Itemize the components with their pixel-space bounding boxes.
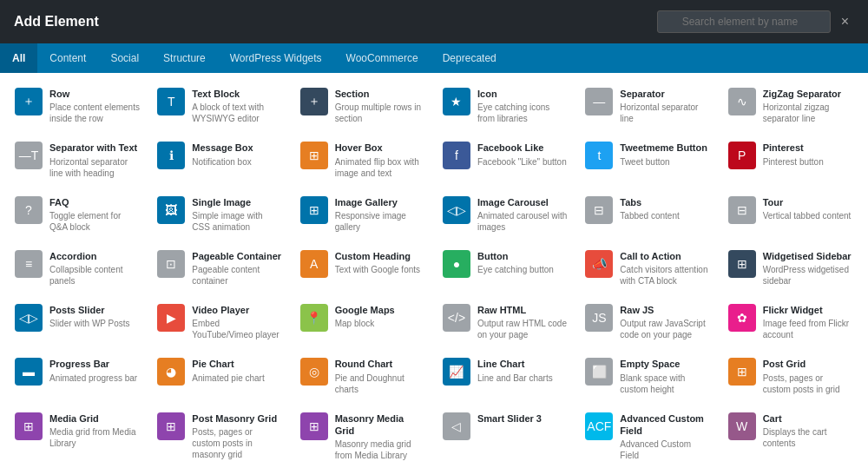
element-item[interactable]: ⊞Media GridMedia grid from Media Library: [7, 405, 148, 468]
element-text: SectionGroup multiple rows in section: [335, 88, 425, 124]
element-item[interactable]: ≡AccordionCollapsible content panels: [7, 242, 148, 294]
element-item[interactable]: </>Raw HTMLOutput raw HTML code on your …: [435, 296, 575, 348]
element-name: Raw JS: [620, 304, 710, 316]
element-item[interactable]: ＋RowPlace content elements inside the ro…: [7, 80, 148, 132]
element-item[interactable]: 📍Google MapsMap block: [293, 296, 433, 348]
element-icon: </>: [443, 304, 470, 332]
element-item[interactable]: ⊞Masonry Media GridMasonry media grid fr…: [293, 405, 433, 468]
filter-btn-all[interactable]: All: [0, 43, 37, 73]
element-item[interactable]: ?FAQToggle element for Q&A block: [7, 188, 148, 241]
element-item[interactable]: PPinterestPinterest button: [720, 134, 861, 186]
filter-btn-woocommerce[interactable]: WooCommerce: [334, 43, 431, 73]
element-item[interactable]: —TSeparator with TextHorizontal separato…: [7, 134, 148, 186]
element-desc: Notification box: [192, 156, 282, 168]
element-icon: ＋: [15, 88, 43, 115]
element-item[interactable]: ⊞Post Masonry GridPosts, pages or custom…: [149, 405, 290, 468]
element-text: Line ChartLine and Bar charts: [477, 358, 568, 383]
element-icon: ACF: [585, 412, 613, 440]
element-name: Google Maps: [335, 304, 425, 316]
element-icon: ⊡: [157, 250, 185, 278]
element-name: Tweetmeme Button: [620, 142, 710, 154]
modal-title: Add Element: [14, 14, 99, 30]
element-item[interactable]: JSRaw JSOutput raw JavaScript code on yo…: [577, 296, 718, 348]
element-name: Line Chart: [477, 358, 568, 370]
element-item[interactable]: ◁▷Image CarouselAnimated carousel with i…: [435, 188, 575, 241]
element-text: Separator with TextHorizontal separator …: [49, 142, 140, 178]
element-item[interactable]: —SeparatorHorizontal separator line: [577, 80, 718, 132]
element-icon: ⊞: [300, 412, 328, 440]
element-name: Icon: [477, 88, 568, 100]
search-wrap: 🔍 ×: [657, 10, 854, 33]
filter-btn-structure[interactable]: Structure: [151, 43, 218, 73]
element-desc: Displays the cart contents: [763, 426, 853, 449]
element-name: Raw HTML: [477, 304, 568, 316]
element-name: Round Chart: [335, 358, 425, 370]
element-name: Facebook Like: [477, 142, 568, 154]
element-icon: ◁▷: [443, 196, 470, 224]
element-item[interactable]: ∿ZigZag SeparatorHorizontal zigzag separ…: [720, 80, 861, 132]
element-text: Smart Slider 3: [477, 412, 568, 426]
element-item[interactable]: ⊟TourVertical tabbed content: [720, 188, 861, 241]
element-item[interactable]: ⊟TabsTabbed content: [577, 188, 718, 241]
element-text: Post Masonry GridPosts, pages or custom …: [192, 412, 282, 460]
element-text: Post GridPosts, pages or custom posts in…: [763, 358, 853, 394]
element-text: Media GridMedia grid from Media Library: [49, 412, 140, 449]
element-item[interactable]: ACFAdvanced Custom FieldAdvanced Custom …: [577, 405, 718, 468]
element-item[interactable]: ⊞Post GridPosts, pages or custom posts i…: [720, 350, 861, 402]
element-item[interactable]: ⊞Hover BoxAnimated flip box with image a…: [293, 134, 433, 186]
element-text: Pie ChartAnimated pie chart: [192, 358, 282, 383]
element-item[interactable]: ⬜Empty SpaceBlank space with custom heig…: [577, 350, 718, 402]
element-name: Image Gallery: [335, 196, 425, 208]
element-item[interactable]: 📣Call to ActionCatch visitors attention …: [577, 242, 718, 294]
element-text: SeparatorHorizontal separator line: [620, 88, 710, 124]
element-item[interactable]: tTweetmeme ButtonTweet button: [577, 134, 718, 186]
element-item[interactable]: TText BlockA block of text with WYSIWYG …: [149, 80, 290, 132]
element-text: Raw HTMLOutput raw HTML code on your pag…: [477, 304, 568, 340]
element-icon: ◎: [300, 358, 328, 386]
element-item[interactable]: ◕Pie ChartAnimated pie chart: [149, 350, 290, 402]
element-name: Text Block: [192, 88, 282, 100]
element-text: Facebook LikeFacebook "Like" button: [477, 142, 568, 167]
filter-btn-wordpress_widgets[interactable]: WordPress Widgets: [218, 43, 334, 73]
element-name: Pinterest: [763, 142, 853, 154]
element-name: Section: [335, 88, 425, 100]
element-desc: Posts, pages or custom posts in masonry …: [192, 426, 282, 460]
element-item[interactable]: ▬Progress BarAnimated progress bar: [7, 350, 148, 402]
search-input[interactable]: [657, 10, 831, 33]
element-desc: A block of text with WYSIWYG editor: [192, 102, 282, 124]
element-item[interactable]: ◎Round ChartPie and Doughnut charts: [293, 350, 433, 402]
element-text: Tweetmeme ButtonTweet button: [620, 142, 710, 167]
element-item[interactable]: ⊞Widgetised SidebarWordPress widgetised …: [720, 242, 861, 294]
element-icon: ⊟: [585, 196, 613, 224]
element-item[interactable]: 📈Line ChartLine and Bar charts: [435, 350, 575, 402]
element-name: Custom Heading: [335, 250, 425, 262]
element-item[interactable]: ★IconEye catching icons from libraries: [435, 80, 575, 132]
element-item[interactable]: ●ButtonEye catching button: [435, 242, 575, 294]
element-text: IconEye catching icons from libraries: [477, 88, 568, 124]
filter-btn-content[interactable]: Content: [37, 43, 98, 73]
element-icon: ◕: [157, 358, 185, 386]
element-icon: f: [443, 142, 470, 169]
element-item[interactable]: ⊞Image GalleryResponsive image gallery: [293, 188, 433, 241]
element-name: Image Carousel: [477, 196, 568, 208]
element-item[interactable]: ◁Smart Slider 3: [435, 405, 575, 468]
element-item[interactable]: ▶Video PlayerEmbed YouTube/Vimeo player: [149, 296, 290, 348]
element-item[interactable]: ⊡Pageable ContainerPageable content cont…: [149, 242, 290, 294]
element-desc: Output raw HTML code on your page: [477, 318, 568, 340]
filter-btn-deprecated[interactable]: Deprecated: [431, 43, 509, 73]
element-item[interactable]: fFacebook LikeFacebook "Like" button: [435, 134, 575, 186]
element-item[interactable]: ✿Flickr WidgetImage feed from Flickr acc…: [720, 296, 861, 348]
element-text: Advanced Custom FieldAdvanced Custom Fie…: [620, 412, 710, 462]
element-desc: Collapsible content panels: [49, 264, 140, 287]
element-text: Text BlockA block of text with WYSIWYG e…: [192, 88, 282, 124]
element-item[interactable]: WCartDisplays the cart contents: [720, 405, 861, 468]
element-item[interactable]: ◁▷Posts SliderSlider with WP Posts: [7, 296, 148, 348]
element-item[interactable]: 🖼Single ImageSimple image with CSS anima…: [149, 188, 290, 241]
element-item[interactable]: ACustom HeadingText with Google fonts: [293, 242, 433, 294]
element-item[interactable]: ＋SectionGroup multiple rows in section: [293, 80, 433, 132]
element-item[interactable]: ℹMessage BoxNotification box: [149, 134, 290, 186]
close-button[interactable]: ×: [836, 12, 854, 31]
filter-btn-social[interactable]: Social: [98, 43, 151, 73]
element-icon: ⬜: [585, 358, 613, 386]
element-icon: T: [157, 88, 185, 115]
